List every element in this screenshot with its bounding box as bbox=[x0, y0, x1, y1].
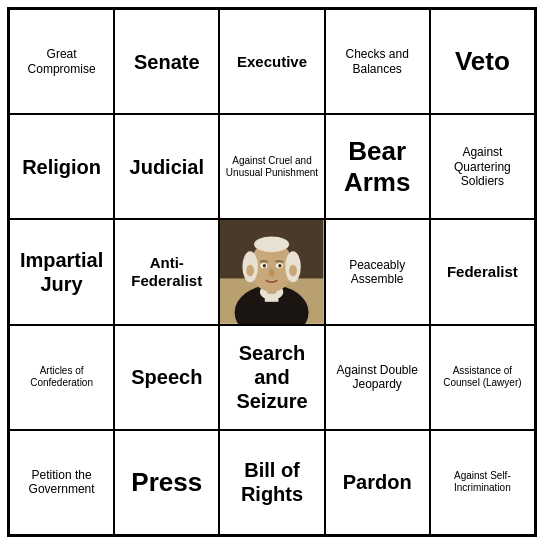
svg-point-16 bbox=[290, 265, 298, 277]
bingo-board: Great CompromiseSenateExecutiveChecks an… bbox=[7, 7, 537, 537]
cell-label: Bill of Rights bbox=[223, 458, 320, 506]
svg-point-13 bbox=[279, 264, 283, 268]
bingo-cell-r4c4: Against Self-Incrimination bbox=[430, 430, 535, 535]
bingo-cell-r4c1: Press bbox=[114, 430, 219, 535]
bingo-cell-r3c1: Speech bbox=[114, 325, 219, 430]
bingo-cell-r3c2: Search and Seizure bbox=[219, 325, 324, 430]
svg-point-15 bbox=[247, 265, 255, 277]
bingo-cell-r2c1: Anti-Federalist bbox=[114, 219, 219, 324]
cell-label: Executive bbox=[237, 53, 307, 71]
cell-label: Peaceably Assemble bbox=[329, 258, 426, 287]
bingo-cell-r3c3: Against Double Jeopardy bbox=[325, 325, 430, 430]
cell-label: Against Self-Incrimination bbox=[434, 470, 531, 494]
cell-label: Speech bbox=[131, 365, 202, 389]
bingo-cell-r0c4: Veto bbox=[430, 9, 535, 114]
cell-label: Impartial Jury bbox=[13, 248, 110, 296]
cell-label: Federalist bbox=[447, 263, 518, 281]
bingo-cell-r3c4: Assistance of Counsel (Lawyer) bbox=[430, 325, 535, 430]
bingo-cell-r4c3: Pardon bbox=[325, 430, 430, 535]
bingo-cell-r4c2: Bill of Rights bbox=[219, 430, 324, 535]
cell-label: Great Compromise bbox=[13, 47, 110, 76]
cell-label: Veto bbox=[455, 46, 510, 77]
cell-label: Petition the Government bbox=[13, 468, 110, 497]
bingo-cell-r1c4: Against Quartering Soldiers bbox=[430, 114, 535, 219]
cell-label: Anti-Federalist bbox=[118, 254, 215, 290]
bingo-cell-r1c3: Bear Arms bbox=[325, 114, 430, 219]
bingo-cell-r2c4: Federalist bbox=[430, 219, 535, 324]
cell-label: Articles of Confederation bbox=[13, 365, 110, 389]
cell-label: Pardon bbox=[343, 470, 412, 494]
bingo-cell-r1c1: Judicial bbox=[114, 114, 219, 219]
cell-label: Assistance of Counsel (Lawyer) bbox=[434, 365, 531, 389]
cell-label: Search and Seizure bbox=[223, 341, 320, 413]
svg-point-14 bbox=[269, 269, 275, 277]
svg-point-9 bbox=[254, 237, 289, 253]
portrait bbox=[220, 220, 323, 323]
cell-label: Checks and Balances bbox=[329, 47, 426, 76]
bingo-cell-r1c0: Religion bbox=[9, 114, 114, 219]
bingo-cell-r4c0: Petition the Government bbox=[9, 430, 114, 535]
cell-label: Judicial bbox=[130, 155, 204, 179]
cell-label: Press bbox=[131, 467, 202, 498]
bingo-cell-r2c2 bbox=[219, 219, 324, 324]
bingo-cell-r0c3: Checks and Balances bbox=[325, 9, 430, 114]
bingo-cell-r0c2: Executive bbox=[219, 9, 324, 114]
cell-label: Against Quartering Soldiers bbox=[434, 145, 531, 188]
svg-point-12 bbox=[263, 264, 267, 268]
bingo-cell-r2c3: Peaceably Assemble bbox=[325, 219, 430, 324]
bingo-cell-r3c0: Articles of Confederation bbox=[9, 325, 114, 430]
bingo-cell-r2c0: Impartial Jury bbox=[9, 219, 114, 324]
cell-label: Against Double Jeopardy bbox=[329, 363, 426, 392]
cell-label: Senate bbox=[134, 50, 200, 74]
bingo-cell-r1c2: Against Cruel and Unusual Punishment bbox=[219, 114, 324, 219]
cell-label: Bear Arms bbox=[329, 136, 426, 198]
bingo-cell-r0c0: Great Compromise bbox=[9, 9, 114, 114]
bingo-cell-r0c1: Senate bbox=[114, 9, 219, 114]
cell-label: Against Cruel and Unusual Punishment bbox=[223, 155, 320, 179]
cell-label: Religion bbox=[22, 155, 101, 179]
